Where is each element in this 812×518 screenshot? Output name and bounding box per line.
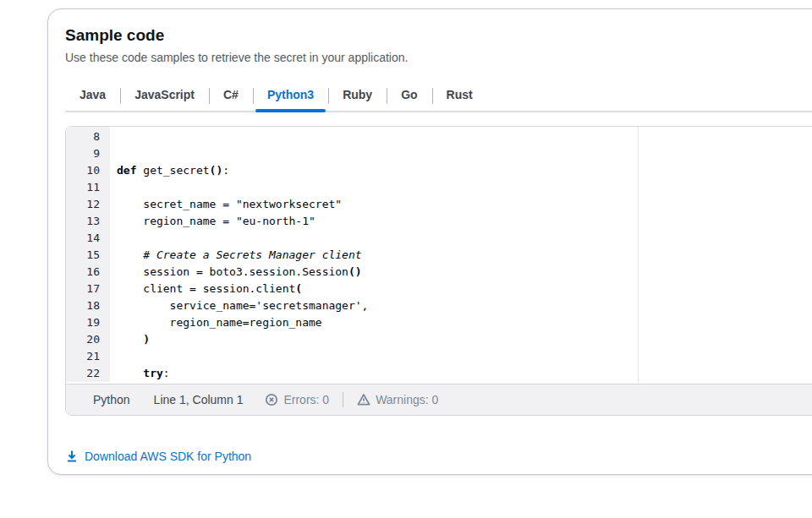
- status-language: Python: [93, 393, 130, 406]
- page-title: Sample code: [65, 25, 812, 46]
- sample-code-card: Sample code Use these code samples to re…: [47, 8, 812, 475]
- code-line: # Create a Secrets Manager client: [117, 247, 812, 264]
- code-line: secret_name = "nextworksecret": [117, 196, 812, 213]
- card-subtitle: Use these code samples to retrieve the s…: [65, 49, 812, 66]
- code-line: try:: [117, 365, 812, 382]
- code-line: ): [117, 331, 812, 348]
- code-line: [117, 145, 812, 162]
- download-link-label: Download AWS SDK for Python: [85, 450, 251, 463]
- line-number: 17: [66, 281, 110, 297]
- code-line: region_name=region_name: [117, 314, 812, 331]
- status-divider: [343, 392, 343, 407]
- tab-csharp[interactable]: C#: [209, 80, 253, 111]
- line-number-gutter: 8910111213141516171819202122: [66, 127, 110, 382]
- line-number: 14: [66, 230, 110, 247]
- line-number: 11: [66, 179, 110, 196]
- line-number: 13: [66, 213, 110, 230]
- code-lines: def get_secret(): secret_name = "nextwor…: [110, 127, 812, 384]
- line-number: 21: [66, 348, 110, 365]
- line-number: 15: [66, 247, 110, 264]
- tab-go[interactable]: Go: [387, 80, 431, 111]
- warning-icon: [357, 393, 370, 406]
- code-line: client = session.client(: [117, 281, 812, 297]
- tab-python3[interactable]: Python3: [253, 80, 328, 111]
- tab-ruby[interactable]: Ruby: [328, 80, 387, 111]
- status-warnings[interactable]: Warnings: 0: [357, 393, 438, 406]
- download-icon: [65, 450, 79, 463]
- line-number: 16: [66, 264, 110, 281]
- code-editor-content[interactable]: 8910111213141516171819202122 def get_sec…: [66, 127, 812, 384]
- line-number: 12: [66, 196, 110, 213]
- line-number: 8: [66, 128, 110, 145]
- line-number: 19: [66, 314, 110, 331]
- tab-rust[interactable]: Rust: [432, 80, 487, 111]
- status-errors[interactable]: Errors: 0: [265, 393, 329, 406]
- code-line: [117, 230, 812, 247]
- error-icon: [265, 393, 278, 406]
- language-tabs: JavaJavaScriptC#Python3RubyGoRust: [65, 80, 812, 112]
- code-line: [117, 348, 812, 365]
- tab-java[interactable]: Java: [65, 80, 120, 111]
- editor-status-bar: Python Line 1, Column 1 Errors: 0: [66, 384, 812, 415]
- code-line: [117, 179, 812, 196]
- code-editor: 8910111213141516171819202122 def get_sec…: [65, 126, 812, 416]
- code-line: service_name='secretsmanager',: [117, 297, 812, 314]
- tab-javascript[interactable]: JavaScript: [120, 80, 209, 111]
- code-line: region_name = "eu-north-1": [117, 213, 812, 230]
- code-line: def get_secret():: [117, 162, 812, 179]
- status-errors-label: Errors: 0: [283, 393, 329, 406]
- download-sdk-link[interactable]: Download AWS SDK for Python: [65, 450, 251, 463]
- line-number: 18: [66, 297, 110, 314]
- line-number: 10: [66, 162, 110, 179]
- line-number: 22: [66, 365, 110, 382]
- code-line: session = boto3.session.Session(): [117, 264, 812, 281]
- status-cursor-position: Line 1, Column 1: [154, 393, 244, 406]
- line-number: 9: [66, 145, 110, 162]
- line-number: 20: [66, 331, 110, 348]
- status-warnings-label: Warnings: 0: [376, 393, 438, 406]
- code-line: [117, 128, 812, 145]
